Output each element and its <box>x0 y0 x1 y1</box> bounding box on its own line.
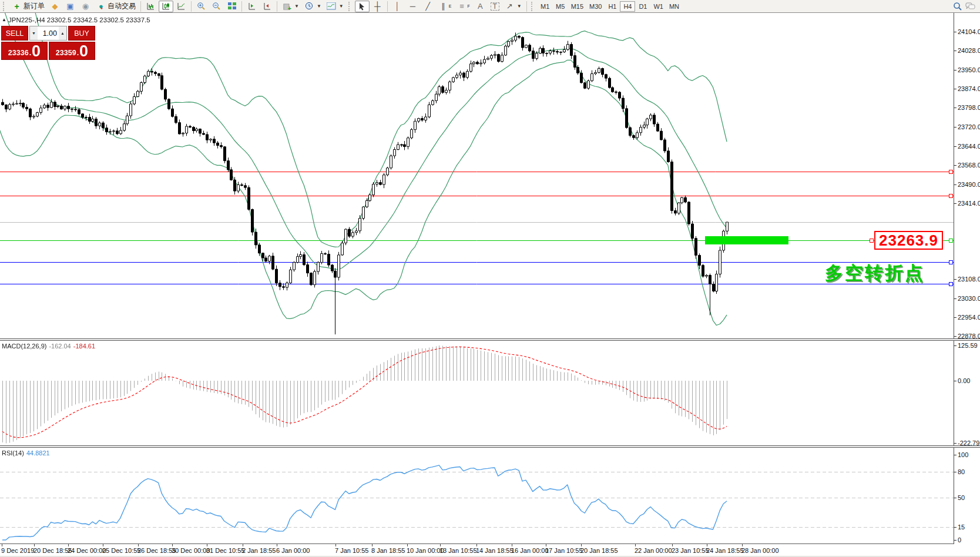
trade-panel-collapse-icon[interactable]: ▲ <box>2 17 6 22</box>
green-rectangle-annotation[interactable] <box>705 236 788 244</box>
cursor-tool-button[interactable] <box>355 1 370 12</box>
candlestick-chart-icon <box>161 2 171 11</box>
buy-price-box[interactable]: 23359.0 <box>49 42 95 60</box>
rsi-panel-canvas[interactable] <box>0 448 954 543</box>
text-label-tool-button[interactable]: T <box>488 1 502 12</box>
macd-panel-canvas[interactable] <box>0 341 954 445</box>
chinese-note-annotation[interactable]: 多空转折点 <box>825 261 925 286</box>
toolbar-drag-handle[interactable] <box>3 2 7 11</box>
callout-anchor-handle[interactable] <box>870 239 874 243</box>
sell-button[interactable]: SELL <box>1 26 28 41</box>
zoom-out-button[interactable] <box>209 1 224 12</box>
line-edit-handle[interactable] <box>949 282 953 286</box>
tile-windows-button[interactable] <box>224 1 239 12</box>
chart-shift-icon <box>247 2 257 11</box>
indicators-icon <box>327 2 337 11</box>
market-button[interactable]: ◆ <box>48 1 62 12</box>
horizontal-line-tool-button[interactable]: ─ <box>405 1 420 12</box>
main-chart-canvas[interactable] <box>0 13 954 339</box>
axis-tick <box>954 108 956 108</box>
line-edit-handle[interactable] <box>949 170 953 174</box>
date-axis-label: 16 Jan 00:00 <box>511 547 549 554</box>
date-axis-tick <box>512 544 512 546</box>
buy-button[interactable]: BUY <box>68 26 95 41</box>
buy-price: 23359 <box>56 47 76 59</box>
new-template-button[interactable]: ▤+ ▼ <box>280 1 301 12</box>
auto-scroll-button[interactable] <box>260 1 274 12</box>
sell-price: 23336 <box>8 47 29 59</box>
timeframe-button-MN[interactable]: MN <box>666 1 682 12</box>
bar-chart-button[interactable] <box>143 1 158 12</box>
new-order-button[interactable]: + 新订单 <box>9 1 47 12</box>
volume-input[interactable] <box>38 26 59 40</box>
rsi-panel-splitter[interactable] <box>0 445 980 448</box>
fibonacci-tool-button[interactable]: ≡ F <box>454 1 472 12</box>
axis-tick <box>954 381 956 381</box>
line-edit-handle[interactable] <box>949 194 953 198</box>
toolbar-drag-handle[interactable] <box>348 2 353 11</box>
text-tool-button[interactable]: A <box>473 1 488 12</box>
toolbar-separator <box>277 1 277 12</box>
zoom-in-button[interactable] <box>194 1 209 12</box>
timeframe-button-M1[interactable]: M1 <box>538 1 553 12</box>
chart-windows-button[interactable]: ▣ <box>63 1 78 12</box>
autotrading-button[interactable]: ●● 自动交易 <box>93 1 138 12</box>
axis-tick-label: 0 <box>958 536 961 543</box>
fibonacci-letter: F <box>467 4 469 8</box>
timeframe-button-M5[interactable]: M5 <box>553 1 568 12</box>
macd-main-value: -162.04 <box>49 343 71 350</box>
date-axis-label: 13 Jan 10:55 <box>439 547 477 554</box>
volume-increase-button[interactable]: ▲ <box>59 26 66 40</box>
timeframe-button-M15[interactable]: M15 <box>568 1 586 12</box>
axis-tick <box>954 89 956 89</box>
macd-panel-splitter[interactable] <box>0 338 980 341</box>
timeframe-button-H4[interactable]: H4 <box>620 1 635 12</box>
date-axis[interactable]: 9 Dec 201920 Dec 18:5524 Dec 00:0025 Dec… <box>0 544 980 556</box>
vertical-line-tool-button[interactable]: │ <box>390 1 405 12</box>
channel-tool-button[interactable]: ∥ E <box>436 1 454 12</box>
macd-indicator-label: MACD(12,26,9)-162.04-184.61 <box>2 343 98 350</box>
chart-shift-button[interactable] <box>244 1 259 12</box>
crosshair-tool-button[interactable]: ┼ <box>370 1 385 12</box>
volume-decrease-button[interactable]: ▼ <box>30 26 38 40</box>
axis-tick-label: 23874.0 <box>958 85 980 92</box>
chart-windows-icon: ▣ <box>65 2 75 11</box>
sell-price-box[interactable]: 23336.0 <box>1 42 48 60</box>
price-axis[interactable]: 24104.024028.023950.023874.023798.023720… <box>954 13 980 544</box>
arrows-tool-button[interactable]: ↗ ▼ <box>502 1 524 12</box>
signals-button[interactable]: ◉ <box>78 1 93 12</box>
date-axis-tick <box>707 544 707 546</box>
auto-scroll-icon <box>262 2 272 11</box>
toolbar-separator <box>140 1 141 12</box>
timeframe-button-D1[interactable]: D1 <box>635 1 650 12</box>
date-axis-tick <box>277 544 277 546</box>
axis-tick <box>954 51 956 51</box>
indicators-button[interactable]: ▼ <box>324 1 346 12</box>
axis-tick-label: 23490.0 <box>958 181 980 188</box>
axis-tick <box>954 32 956 32</box>
date-axis-label: 28 Jan 00:00 <box>741 547 779 554</box>
fibonacci-icon: ≡ <box>457 2 466 11</box>
search-icon[interactable] <box>953 2 962 11</box>
rsi-indicator-label: RSI(14)44.8821 <box>2 449 52 457</box>
toolbar-drag-handle[interactable] <box>531 2 535 11</box>
date-axis-tick <box>2 544 2 546</box>
axis-tick-label: 23030.0 <box>958 295 980 302</box>
date-axis-label: 24 Dec 00:00 <box>68 547 106 554</box>
date-axis-label: 7 Jan 10:55 <box>335 547 369 554</box>
trendline-tool-button[interactable]: ╱ <box>421 1 435 12</box>
axis-tick-label: 24028.0 <box>958 47 980 54</box>
chat-icon[interactable] <box>965 2 975 11</box>
line-edit-handle[interactable] <box>949 239 953 243</box>
line-edit-handle[interactable] <box>949 260 953 264</box>
timeframe-button-H1[interactable]: H1 <box>605 1 620 12</box>
axis-tick-label: 23950.0 <box>958 66 980 73</box>
timeframe-button-W1[interactable]: W1 <box>650 1 666 12</box>
date-axis-tick <box>103 544 103 546</box>
new-order-icon: + <box>12 2 22 11</box>
periods-button[interactable]: ▼ <box>302 1 324 12</box>
line-chart-button[interactable] <box>174 1 189 12</box>
timeframe-button-M30[interactable]: M30 <box>586 1 605 12</box>
price-callout-label[interactable]: 23263.9 <box>874 231 943 250</box>
candlestick-chart-button[interactable] <box>159 1 173 12</box>
